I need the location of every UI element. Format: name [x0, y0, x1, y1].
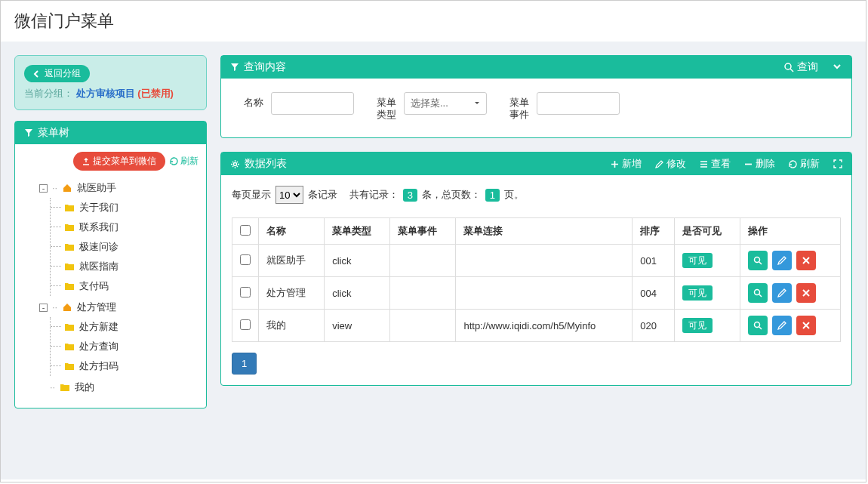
query-label: 查询	[797, 60, 818, 74]
row-checkbox[interactable]	[240, 254, 251, 265]
row-edit-button[interactable]	[772, 283, 792, 303]
data-panel: 数据列表 新增 修改 查看 删除 刷新 每页显示	[220, 152, 852, 386]
page-suffix: 页。	[504, 188, 524, 202]
back-to-group-button[interactable]: 返回分组	[24, 65, 90, 82]
total-mid: 条，总页数：	[422, 188, 481, 202]
per-page-select[interactable]: 10	[275, 186, 303, 204]
collapse-icon[interactable]: -	[39, 304, 48, 312]
folder-icon	[64, 282, 75, 291]
row-view-button[interactable]	[748, 316, 768, 335]
close-icon	[802, 288, 811, 297]
pencil-icon	[777, 321, 786, 330]
column-header: 菜单类型	[325, 218, 390, 245]
row-delete-button[interactable]	[796, 251, 816, 270]
submit-menu-button[interactable]: 提交菜单到微信	[73, 152, 165, 171]
refresh-label: 刷新	[180, 155, 199, 168]
svg-point-2	[755, 257, 760, 263]
visible-tag: 可见	[682, 285, 713, 301]
page-1[interactable]: 1	[232, 353, 257, 375]
tree-node[interactable]: -··就医助手	[39, 180, 197, 196]
row-checkbox[interactable]	[240, 287, 251, 297]
row-view-button[interactable]	[748, 283, 768, 303]
column-header: 排序	[633, 218, 675, 245]
page-title: 微信门户菜单	[1, 1, 866, 42]
tree-leaf[interactable]: 联系我们	[64, 219, 197, 236]
select-all-checkbox[interactable]	[240, 225, 251, 236]
group-info-box: 返回分组 当前分组： 处方审核项目 (已禁用)	[14, 55, 207, 110]
group-disabled-flag: (已禁用)	[137, 88, 174, 99]
tree-leaf[interactable]: 处方新建	[64, 319, 197, 335]
plus-icon	[611, 160, 619, 168]
visible-tag: 可见	[682, 318, 713, 333]
column-header: 菜单连接	[456, 218, 633, 245]
page-count: 1	[485, 189, 500, 202]
edit-button[interactable]: 修改	[655, 157, 686, 171]
tree-leaf[interactable]: 关于我们	[64, 199, 197, 216]
folder-icon	[60, 383, 70, 392]
cell-event	[390, 310, 456, 342]
cell-sort: 020	[633, 310, 675, 342]
event-input[interactable]	[537, 92, 620, 115]
table-row: 就医助手click001可见	[232, 245, 841, 277]
add-button[interactable]: 新增	[611, 157, 642, 171]
tree-leaf-label: 处方扫码	[79, 358, 119, 375]
current-group-name: 处方审核项目	[76, 88, 135, 99]
tree-leaf[interactable]: 极速问诊	[64, 239, 197, 255]
cell-name: 我的	[259, 310, 325, 342]
folder-icon	[64, 342, 75, 351]
name-label: 名称	[244, 92, 263, 109]
view-button[interactable]: 查看	[700, 157, 731, 171]
submit-label: 提交菜单到微信	[93, 155, 156, 168]
folder-icon	[64, 362, 75, 371]
tree-leaf[interactable]: ··我的	[39, 379, 197, 396]
tree-leaf[interactable]: 处方查询	[64, 338, 197, 355]
name-input[interactable]	[271, 92, 354, 115]
search-icon	[753, 256, 762, 265]
tree-leaf[interactable]: 支付码	[64, 278, 197, 294]
cell-link: http://www.iqidi.com/h5/Myinfo	[456, 310, 633, 342]
tree-node-label: 就医助手	[77, 180, 116, 196]
column-header: 菜单事件	[390, 218, 456, 245]
cell-link	[456, 277, 633, 310]
tree-leaf-label: 支付码	[79, 278, 109, 294]
tree-refresh-button[interactable]: 刷新	[170, 152, 199, 171]
tree-leaf[interactable]: 处方扫码	[64, 358, 197, 375]
tree-leaf-label: 就医指南	[79, 258, 119, 275]
cell-type: click	[325, 277, 390, 310]
pencil-icon	[777, 288, 786, 297]
collapse-icon[interactable]: -	[39, 184, 48, 193]
filter-icon	[24, 128, 33, 137]
chevron-down-icon	[832, 61, 842, 72]
close-icon	[802, 321, 811, 330]
tree-node[interactable]: -··处方管理	[39, 299, 197, 316]
row-checkbox[interactable]	[240, 319, 251, 330]
caret-down-icon	[474, 100, 480, 106]
collapse-toggle[interactable]	[832, 61, 842, 74]
delete-button[interactable]: 删除	[744, 157, 775, 171]
current-group-label: 当前分组：	[24, 88, 73, 99]
data-refresh-button[interactable]: 刷新	[789, 157, 820, 171]
folder-icon	[64, 242, 75, 251]
row-delete-button[interactable]	[796, 316, 816, 335]
search-icon	[753, 288, 762, 297]
tree-leaf[interactable]: 就医指南	[64, 258, 197, 275]
row-edit-button[interactable]	[772, 251, 792, 270]
type-select[interactable]: 选择菜...	[404, 92, 487, 115]
minus-icon	[744, 160, 753, 168]
cell-name: 处方管理	[259, 277, 325, 310]
search-panel: 查询内容 查询	[220, 55, 852, 138]
search-icon	[753, 321, 762, 330]
table-row: 我的viewhttp://www.iqidi.com/h5/Myinfo020可…	[232, 310, 841, 342]
fullscreen-button[interactable]	[833, 159, 842, 168]
row-delete-button[interactable]	[796, 283, 816, 303]
row-view-button[interactable]	[748, 251, 768, 270]
column-header: 是否可见	[675, 218, 740, 245]
query-button[interactable]: 查询	[784, 60, 818, 74]
pencil-icon	[655, 160, 663, 168]
home-icon	[62, 183, 72, 193]
row-edit-button[interactable]	[772, 316, 792, 335]
home-icon	[62, 303, 72, 312]
type-label: 菜单 类型	[377, 92, 396, 121]
cell-sort: 004	[633, 277, 675, 310]
folder-icon	[64, 223, 75, 232]
